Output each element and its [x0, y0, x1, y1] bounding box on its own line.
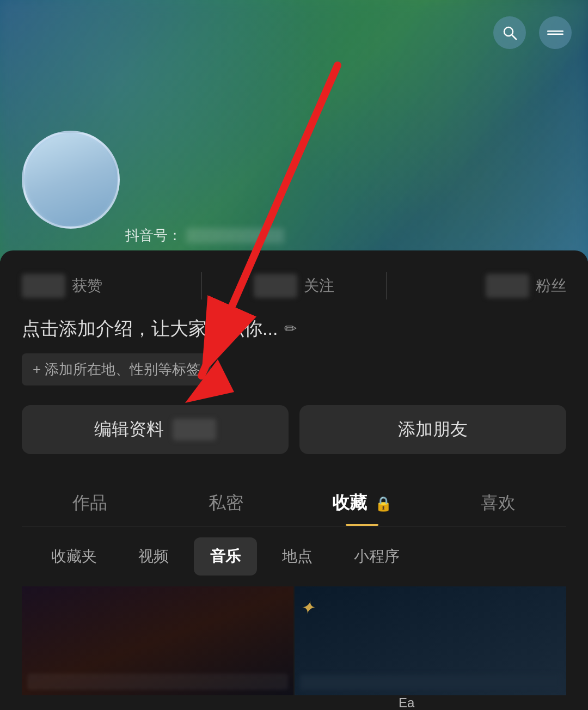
subtab-music[interactable]: 音乐 — [194, 537, 257, 576]
content-preview: ✦ — [22, 586, 566, 695]
subtab-miniapp[interactable]: 小程序 — [338, 537, 416, 576]
tab-likes-label: 喜欢 — [481, 493, 516, 512]
subtab-place-label: 地点 — [282, 548, 313, 565]
subtab-place[interactable]: 地点 — [266, 537, 329, 576]
bio-text[interactable]: 点击添加介绍，让大家认识你... ✏ — [22, 315, 566, 342]
tab-likes[interactable]: 喜欢 — [430, 480, 566, 526]
following-label: 关注 — [304, 276, 334, 296]
edit-profile-button[interactable]: 编辑资料 — [22, 405, 289, 454]
svg-rect-3 — [547, 34, 564, 35]
subtab-folder[interactable]: 收藏夹 — [35, 537, 113, 576]
stat-following[interactable]: 关注 — [206, 274, 381, 298]
tab-private[interactable]: 私密 — [158, 480, 294, 526]
content-card-1[interactable] — [22, 586, 293, 695]
stat-followers[interactable]: 粉丝 — [391, 274, 566, 298]
svg-line-1 — [512, 35, 516, 39]
douyin-id-label: 抖音号： — [125, 226, 182, 245]
tab-favorites-label: 收藏 — [332, 493, 367, 512]
main-tabs: 作品 私密 收藏 🔒 喜欢 — [22, 480, 566, 527]
edit-profile-blur — [173, 419, 216, 440]
subtab-folder-label: 收藏夹 — [51, 548, 97, 565]
stat-likes[interactable]: 获赞 — [22, 274, 197, 298]
followers-label: 粉丝 — [536, 276, 566, 296]
menu-button[interactable] — [539, 16, 572, 49]
likes-label: 获赞 — [72, 276, 102, 296]
tab-private-label: 私密 — [209, 493, 243, 512]
followers-count-blurred — [486, 274, 529, 298]
sub-tabs: 收藏夹 视频 音乐 地点 小程序 — [22, 527, 566, 586]
tab-works-label: 作品 — [72, 493, 107, 512]
subtab-video[interactable]: 视频 — [122, 537, 185, 576]
search-button[interactable] — [493, 16, 526, 49]
bio-content: 点击添加介绍，让大家认识你... — [22, 315, 278, 342]
douyin-id-value — [186, 228, 284, 243]
tab-favorites[interactable]: 收藏 🔒 — [294, 480, 430, 526]
douyin-id-row: 抖音号： — [125, 226, 284, 245]
bottom-ea-label: Ea — [399, 695, 462, 710]
top-icon-row — [493, 16, 572, 49]
bio-edit-icon[interactable]: ✏ — [284, 317, 297, 340]
content-card-2[interactable]: ✦ — [295, 586, 566, 695]
likes-count-blurred — [22, 274, 65, 298]
add-tags-label: + 添加所在地、性别等标签 — [33, 360, 200, 379]
avatar[interactable] — [22, 131, 120, 229]
ea-text: Ea — [399, 695, 414, 711]
svg-rect-2 — [547, 30, 564, 32]
tab-works[interactable]: 作品 — [22, 480, 158, 526]
profile-section: 获赞 关注 粉丝 点击添加介绍，让大家认识你... ✏ + 添加所在地、性别等标… — [0, 250, 588, 695]
stats-row: 获赞 关注 粉丝 — [22, 250, 566, 315]
edit-profile-label: 编辑资料 — [94, 418, 164, 442]
hero-background: 抖音号： — [0, 0, 588, 261]
stat-divider-1 — [201, 272, 202, 299]
subtab-video-label: 视频 — [138, 548, 169, 565]
stat-divider-2 — [386, 272, 387, 299]
subtab-miniapp-label: 小程序 — [354, 548, 400, 565]
add-tags-button[interactable]: + 添加所在地、性别等标签 — [22, 353, 211, 385]
action-buttons-row: 编辑资料 添加朋友 — [22, 405, 566, 454]
following-count-blurred — [254, 274, 297, 298]
lock-icon: 🔒 — [375, 495, 392, 512]
subtab-music-label: 音乐 — [210, 548, 241, 565]
add-friend-label: 添加朋友 — [398, 418, 468, 442]
add-friend-button[interactable]: 添加朋友 — [299, 405, 566, 454]
